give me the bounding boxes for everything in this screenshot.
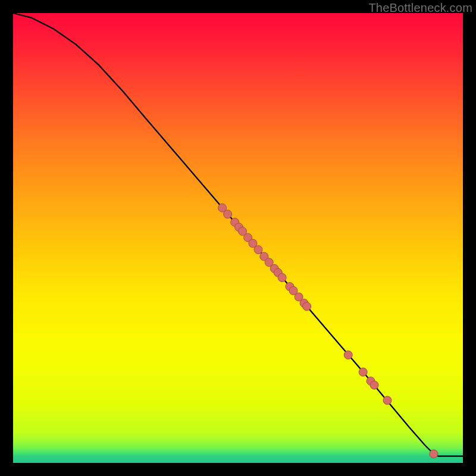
chart-point bbox=[370, 381, 378, 389]
chart-point bbox=[303, 302, 311, 311]
chart-stage: TheBottleneck.com bbox=[0, 0, 476, 476]
chart-point bbox=[359, 368, 367, 376]
watermark-text: TheBottleneck.com bbox=[368, 1, 472, 15]
chart-point bbox=[278, 274, 286, 282]
chart-point bbox=[430, 450, 438, 458]
chart-curve bbox=[13, 13, 463, 456]
chart-point bbox=[254, 246, 262, 254]
chart-overlay bbox=[13, 13, 463, 463]
chart-point bbox=[383, 396, 392, 405]
chart-point bbox=[224, 210, 232, 218]
chart-point bbox=[344, 351, 352, 359]
